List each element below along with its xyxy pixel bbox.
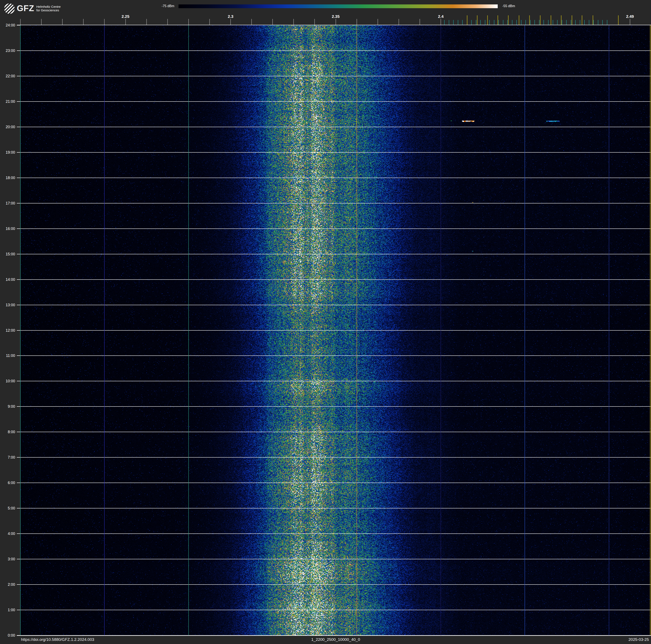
- hour-gridline: [20, 305, 651, 305]
- hour-tick: [17, 203, 20, 203]
- freq-tick: [630, 19, 630, 25]
- hour-gridline: [20, 610, 651, 610]
- channel-marker-tick-teal: [521, 20, 521, 25]
- gfz-globe-icon: [4, 3, 15, 14]
- freq-tick: [293, 19, 294, 25]
- channel-marker-tick-teal: [607, 20, 607, 25]
- brand-subtitle-line2: for Geosciences: [36, 8, 61, 12]
- channel-marker-tick-teal: [525, 20, 526, 25]
- hour-tick: [17, 559, 20, 559]
- channel-marker-tick-teal: [575, 20, 576, 25]
- freq-gridline: [356, 25, 357, 635]
- hour-gridline: [20, 152, 651, 153]
- freq-gridline: [525, 25, 525, 635]
- channel-marker-tick-yellow: [508, 16, 508, 25]
- hour-gridline: [20, 178, 651, 178]
- channel-marker-tick-teal: [544, 20, 544, 25]
- colorbar-min-label: -75 dBm: [162, 4, 174, 8]
- hour-gridline: [20, 76, 651, 76]
- channel-marker-tick-teal: [498, 20, 499, 25]
- channel-marker-tick-teal: [539, 20, 539, 25]
- hour-tick: [17, 76, 20, 76]
- channel-marker-tick-teal: [571, 20, 571, 25]
- freq-tick: [104, 19, 104, 25]
- freq-tick-label: 2.35: [332, 14, 340, 19]
- hour-label: 12:00: [0, 328, 15, 332]
- hour-tick: [17, 355, 20, 356]
- channel-marker-tick-yellow: [561, 16, 562, 25]
- brand-text: GFZ: [17, 3, 34, 13]
- hour-label: 24:00: [0, 23, 15, 28]
- brand-subtitle-line1: Helmholtz Centre: [36, 5, 61, 8]
- channel-marker-tick-yellow: [582, 16, 582, 25]
- colorbar: [179, 4, 498, 8]
- hour-label: 20:00: [0, 125, 15, 129]
- channel-marker-tick-teal: [530, 20, 530, 25]
- colorbar-max-label: -55 dBm: [502, 4, 515, 8]
- hour-gridline: [20, 457, 651, 458]
- hour-gridline: [20, 584, 651, 585]
- hour-gridline: [20, 559, 651, 559]
- channel-marker-tick-yellow: [593, 16, 593, 25]
- channel-marker-tick-teal: [471, 20, 472, 25]
- channel-marker-tick-teal: [553, 20, 553, 25]
- channel-marker-tick-teal: [580, 20, 580, 25]
- hour-tick: [17, 508, 20, 508]
- channel-marker-tick-yellow: [571, 16, 572, 25]
- channel-marker-tick-teal: [512, 20, 513, 25]
- channel-marker-tick-teal: [517, 20, 517, 25]
- freq-tick: [251, 19, 252, 25]
- hour-gridline: [20, 432, 651, 432]
- hour-tick: [17, 305, 20, 305]
- hour-label: 9:00: [0, 404, 15, 409]
- freq-tick: [83, 19, 84, 25]
- freq-tick: [420, 19, 420, 25]
- hour-tick: [17, 51, 20, 51]
- hour-label: 14:00: [0, 277, 15, 282]
- hour-tick: [17, 279, 20, 280]
- hour-tick: [17, 381, 20, 381]
- freq-tick: [399, 19, 399, 25]
- hour-label: 13:00: [0, 303, 15, 307]
- hour-label: 16:00: [0, 226, 15, 231]
- hour-label: 8:00: [0, 430, 15, 434]
- freq-tick: [62, 19, 63, 25]
- channel-marker-tick-teal: [489, 20, 490, 25]
- freq-gridline: [609, 25, 609, 635]
- freq-gridline: [20, 25, 21, 635]
- hour-tick: [17, 457, 20, 458]
- freq-tick-label: 2.25: [122, 14, 129, 19]
- hour-label: 17:00: [0, 201, 15, 205]
- freq-tick: [125, 19, 126, 25]
- channel-marker-tick-teal: [444, 20, 444, 25]
- freq-tick-label: 2.49: [626, 14, 634, 19]
- freq-tick: [314, 19, 315, 25]
- hour-label: 10:00: [0, 379, 15, 383]
- channel-marker-tick-yellow: [487, 16, 488, 25]
- channel-marker-tick-teal: [503, 20, 503, 25]
- hour-label: 3:00: [0, 557, 15, 561]
- channel-marker-tick-yellow: [529, 16, 530, 25]
- freq-gridline: [104, 25, 104, 635]
- hour-tick: [17, 584, 20, 585]
- hour-label: 4:00: [0, 531, 15, 536]
- freq-gridline: [650, 25, 651, 635]
- hour-gridline: [20, 101, 651, 102]
- freq-tick: [146, 19, 147, 25]
- channel-marker-tick-teal: [562, 20, 562, 25]
- channel-marker-tick-teal: [598, 20, 598, 25]
- hour-label: 15:00: [0, 252, 15, 256]
- gfz-logo: GFZ Helmholtz Centre for Geosciences: [4, 3, 61, 14]
- channel-marker-tick-teal: [548, 20, 549, 25]
- freq-tick: [209, 19, 210, 25]
- hour-tick: [17, 330, 20, 331]
- channel-marker-tick-teal: [453, 20, 454, 25]
- hour-gridline: [20, 51, 651, 51]
- spectrogram-page: GFZ Helmholtz Centre for Geosciences -75…: [0, 0, 651, 644]
- freq-tick: [20, 19, 21, 25]
- freq-tick: [441, 19, 441, 25]
- channel-marker-tick-teal: [584, 20, 585, 25]
- hour-tick: [17, 533, 20, 534]
- channel-marker-tick-teal: [593, 20, 594, 25]
- hour-tick: [17, 406, 20, 407]
